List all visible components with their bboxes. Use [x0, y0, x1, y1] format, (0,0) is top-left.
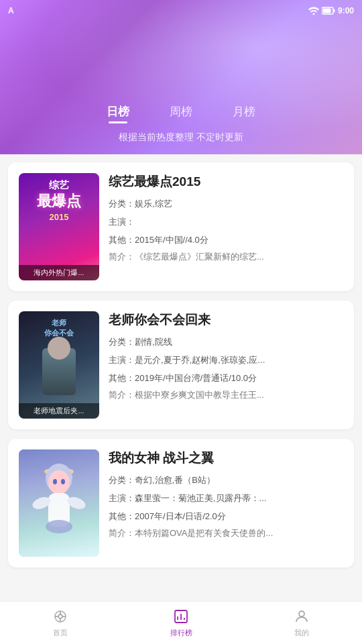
tab-daily[interactable]: 日榜 — [107, 104, 129, 123]
anime-art — [19, 449, 99, 557]
card-category-1: 分类：娱乐,综艺 — [109, 197, 343, 211]
svg-point-24 — [299, 611, 304, 616]
card-other-3: 其他：2007年/日本/日语/2.0分 — [109, 510, 343, 524]
bottom-nav: 首页 排行榜 我的 — [0, 601, 362, 644]
tab-monthly[interactable]: 月榜 — [233, 104, 255, 123]
svg-point-9 — [61, 479, 65, 484]
card-cast-3: 主演：森里萤一：菊池正美,贝露丹蒂：... — [109, 492, 343, 506]
tab-weekly[interactable]: 周榜 — [170, 104, 192, 123]
battery-icon — [322, 7, 335, 15]
content-area: 综艺最爆点2015 海内外热门爆... 综艺最爆点2015 分类：娱乐,综艺 主… — [0, 154, 362, 601]
nav-chart-label: 排行榜 — [170, 628, 192, 638]
status-right: 9:00 — [308, 6, 354, 15]
thumb-label-2: 老师地震后夹... — [19, 403, 99, 419]
card-summary-3: 简介：本特别篇OVA是把有关食天使兽的... — [109, 527, 343, 539]
svg-rect-2 — [333, 9, 335, 13]
status-app-icon: A — [8, 6, 14, 15]
card-summary-1: 简介：《综艺最爆点》汇聚新鲜的综艺... — [109, 251, 343, 263]
card-cast-1: 主演： — [109, 215, 343, 229]
card-info-3: 我的女神 战斗之翼 分类：奇幻,治愈,番（B站） 主演：森里萤一：菊池正美,贝露… — [109, 449, 343, 557]
status-bar: A 9:00 — [0, 0, 362, 21]
card-other-1: 其他：2015年/中国//4.0分 — [109, 233, 343, 248]
header-subtitle: 根据当前热度整理 不定时更新 — [119, 131, 243, 144]
header-area: 日榜 周榜 月榜 根据当前热度整理 不定时更新 — [0, 0, 362, 154]
card-info-2: 老师你会不会回来 分类：剧情,院线 主演：是元介,夏于乔,赵树海,张琼姿,应..… — [109, 311, 343, 419]
card-category-2: 分类：剧情,院线 — [109, 335, 343, 350]
svg-point-8 — [53, 479, 57, 484]
card-summary-2: 简介：根据中寮乡爽文国中教导主任王... — [109, 389, 343, 401]
svg-rect-3 — [322, 9, 330, 13]
home-icon — [52, 608, 69, 625]
tab-bar: 日榜 周榜 月榜 — [107, 104, 255, 123]
nav-chart[interactable]: 排行榜 — [121, 608, 241, 638]
card-item[interactable]: 综艺最爆点2015 海内外热门爆... 综艺最爆点2015 分类：娱乐,综艺 主… — [8, 162, 354, 291]
svg-point-15 — [58, 614, 62, 619]
status-time: 9:00 — [338, 6, 354, 15]
nav-home-label: 首页 — [53, 628, 68, 638]
card-item[interactable]: 我的女神 战斗之翼 分类：奇幻,治愈,番（B站） 主演：森里萤一：菊池正美,贝露… — [8, 439, 354, 568]
chart-icon — [172, 608, 190, 625]
nav-user[interactable]: 我的 — [241, 608, 362, 638]
svg-point-7 — [48, 470, 70, 494]
card-title-3: 我的女神 战斗之翼 — [109, 449, 343, 467]
card-info-1: 综艺最爆点2015 分类：娱乐,综艺 主演： 其他：2015年/中国//4.0分… — [109, 173, 343, 280]
card-thumbnail-2: 老师你会不会回来 老师地震后夹... — [19, 311, 99, 419]
card-cast-2: 主演：是元介,夏于乔,赵树海,张琼姿,应... — [109, 354, 343, 368]
nav-user-label: 我的 — [294, 628, 309, 638]
wifi-icon — [308, 7, 319, 15]
card-title-2: 老师你会不会回来 — [109, 311, 343, 329]
thumb-text-1: 综艺最爆点2015 — [19, 179, 99, 223]
svg-point-13 — [46, 520, 72, 533]
card-thumbnail-3 — [19, 449, 99, 557]
card-other-2: 其他：2019年/中国台湾/普通话/10.0分 — [109, 372, 343, 386]
card-item[interactable]: 老师你会不会回来 老师地震后夹... 老师你会不会回来 分类：剧情,院线 主演：… — [8, 301, 354, 429]
card-title-1: 综艺最爆点2015 — [109, 173, 343, 191]
nav-home[interactable]: 首页 — [0, 608, 121, 638]
card-category-3: 分类：奇幻,治愈,番（B站） — [109, 474, 343, 488]
user-icon — [293, 608, 310, 625]
svg-point-0 — [312, 13, 314, 15]
thumb-label-1: 海内外热门爆... — [19, 265, 99, 280]
card-thumbnail-1: 综艺最爆点2015 海内外热门爆... — [19, 173, 99, 280]
